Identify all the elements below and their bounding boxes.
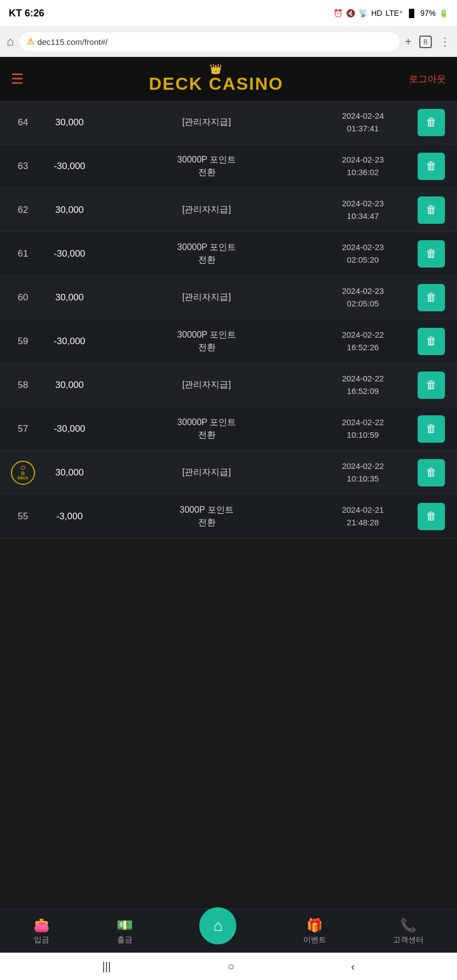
table-row: 60 30,000 [관리자지급] 2024-02-2302:05:05 🗑 xyxy=(0,276,457,320)
row-num-cell: 55 xyxy=(7,511,39,522)
row-num-cell: 60 xyxy=(7,292,39,303)
row-date: 2024-02-2210:10:35 xyxy=(314,460,412,485)
battery-icon: 🔋 xyxy=(439,9,448,18)
alarm-icon: ⏰ xyxy=(333,9,343,18)
delete-button[interactable]: 🗑 xyxy=(418,196,445,224)
delete-button[interactable]: 🗑 xyxy=(418,328,445,355)
browser-home-icon[interactable]: ⌂ xyxy=(7,34,14,49)
row-num-cell: 64 xyxy=(7,117,39,128)
table-row: ⬡DDECK 30,000 [관리자지급] 2024-02-2210:10:35… xyxy=(0,451,457,495)
row-desc: [관리자지급] xyxy=(100,291,314,303)
url-text: dec115.com/front#/ xyxy=(37,37,107,47)
withdraw-icon: 💵 xyxy=(117,918,133,933)
row-amount: 30,000 xyxy=(39,292,100,303)
recents-nav-icon[interactable]: ‹ xyxy=(351,960,355,973)
nav-withdraw[interactable]: 💵 출금 xyxy=(117,918,133,945)
events-label: 이벤트 xyxy=(303,935,326,945)
row-number: 55 xyxy=(18,511,28,521)
delete-button[interactable]: 🗑 xyxy=(418,153,445,180)
row-date: 2024-02-2216:52:26 xyxy=(314,329,412,353)
table-row: 59 -30,000 30000P 포인트전환 2024-02-2216:52:… xyxy=(0,320,457,363)
table-row: 63 -30,000 30000P 포인트전환 2024-02-2310:36:… xyxy=(0,144,457,188)
delete-button[interactable]: 🗑 xyxy=(418,415,445,443)
table-row: 58 30,000 [관리자지급] 2024-02-2216:52:09 🗑 xyxy=(0,363,457,407)
row-amount: -3,000 xyxy=(39,511,100,522)
logo-badge: ⬡DDECK xyxy=(11,461,35,485)
transaction-table: 64 30,000 [관리자지급] 2024-02-2401:37:41 🗑 6… xyxy=(0,101,457,538)
deposit-label: 입금 xyxy=(34,935,49,945)
row-desc: [관리자지급] xyxy=(100,116,314,128)
row-action: 🗑 xyxy=(412,240,450,268)
row-action: 🗑 xyxy=(412,372,450,399)
table-row: 62 30,000 [관리자지급] 2024-02-2310:34:47 🗑 xyxy=(0,188,457,232)
delete-button[interactable]: 🗑 xyxy=(418,109,445,136)
row-amount: 30,000 xyxy=(39,117,100,128)
wifi-icon: 📡 xyxy=(358,9,368,18)
row-action: 🗑 xyxy=(412,109,450,136)
tab-count[interactable]: 8 xyxy=(419,36,432,48)
row-date: 2024-02-2210:10:59 xyxy=(314,416,412,441)
warning-icon: ⚠ xyxy=(27,37,34,47)
row-desc: 30000P 포인트전환 xyxy=(100,154,314,178)
nav-deposit[interactable]: 👛 입금 xyxy=(33,918,50,945)
add-tab-icon[interactable]: + xyxy=(405,36,412,48)
row-date: 2024-02-2216:52:09 xyxy=(314,373,412,397)
hamburger-icon[interactable]: ☰ xyxy=(11,71,24,88)
back-nav-icon[interactable]: ||| xyxy=(102,960,111,973)
support-label: 고객센터 xyxy=(393,935,424,945)
lte-icon: LTE⁺ xyxy=(385,9,403,18)
signal-icon: ▐▌ xyxy=(406,9,417,18)
system-nav: ||| ○ ‹ xyxy=(0,953,457,980)
row-number: 61 xyxy=(18,248,28,259)
browser-actions: + 8 ⋮ xyxy=(405,35,450,48)
row-action: 🗑 xyxy=(412,284,450,311)
table-row: 61 -30,000 30000P 포인트전환 2024-02-2302:05:… xyxy=(0,232,457,276)
row-desc: 30000P 포인트전환 xyxy=(100,329,314,353)
deposit-icon: 👛 xyxy=(33,918,50,933)
mute-icon: 🔇 xyxy=(346,9,355,18)
row-desc: [관리자지급] xyxy=(100,466,314,478)
row-date: 2024-02-2310:34:47 xyxy=(314,198,412,222)
delete-button[interactable]: 🗑 xyxy=(418,503,445,530)
support-icon: 📞 xyxy=(400,918,416,933)
table-row: 57 -30,000 30000P 포인트전환 2024-02-2210:10:… xyxy=(0,407,457,451)
row-num-cell: 59 xyxy=(7,336,39,347)
row-desc: [관리자지급] xyxy=(100,379,314,391)
more-options-icon[interactable]: ⋮ xyxy=(439,35,450,48)
row-number: 62 xyxy=(18,205,28,215)
nav-home[interactable]: ⌂ xyxy=(199,907,236,944)
row-amount: -30,000 xyxy=(39,161,100,172)
row-date: 2024-02-2121:48:28 xyxy=(314,504,412,529)
row-desc: 3000P 포인트전환 xyxy=(100,504,314,529)
delete-button[interactable]: 🗑 xyxy=(418,240,445,268)
nav-events[interactable]: 🎁 이벤트 xyxy=(303,918,326,945)
delete-button[interactable]: 🗑 xyxy=(418,372,445,399)
row-num-cell: 63 xyxy=(7,161,39,172)
row-action: 🗑 xyxy=(412,503,450,530)
url-bar[interactable]: ⚠ dec115.com/front#/ xyxy=(19,32,400,51)
app-header: ☰ 👑 DECK CASINO 로그아웃 xyxy=(0,57,457,101)
delete-button[interactable]: 🗑 xyxy=(418,284,445,311)
row-number: 58 xyxy=(18,380,28,390)
row-number: 60 xyxy=(18,292,28,303)
row-amount: 30,000 xyxy=(39,205,100,216)
events-icon: 🎁 xyxy=(306,918,323,933)
row-date: 2024-02-2310:36:02 xyxy=(314,154,412,178)
nav-support[interactable]: 📞 고객센터 xyxy=(393,918,424,945)
row-date: 2024-02-2302:05:20 xyxy=(314,241,412,266)
row-desc: 30000P 포인트전환 xyxy=(100,241,314,266)
row-num-cell: 57 xyxy=(7,424,39,434)
logout-button[interactable]: 로그아웃 xyxy=(409,73,446,85)
delete-button[interactable]: 🗑 xyxy=(418,459,445,486)
status-bar: KT 6:26 ⏰ 🔇 📡 HD LTE⁺ ▐▌ 97% 🔋 xyxy=(0,0,457,26)
row-action: 🗑 xyxy=(412,415,450,443)
row-amount: 30,000 xyxy=(39,467,100,478)
home-nav-icon[interactable]: ○ xyxy=(228,960,234,973)
row-num-cell: 62 xyxy=(7,205,39,216)
logo-crown: 👑 xyxy=(210,64,223,75)
row-action: 🗑 xyxy=(412,153,450,180)
row-num-cell: ⬡DDECK xyxy=(7,461,39,485)
row-amount: -30,000 xyxy=(39,248,100,259)
row-number: 57 xyxy=(18,424,28,434)
hd-icon: HD xyxy=(371,9,382,18)
